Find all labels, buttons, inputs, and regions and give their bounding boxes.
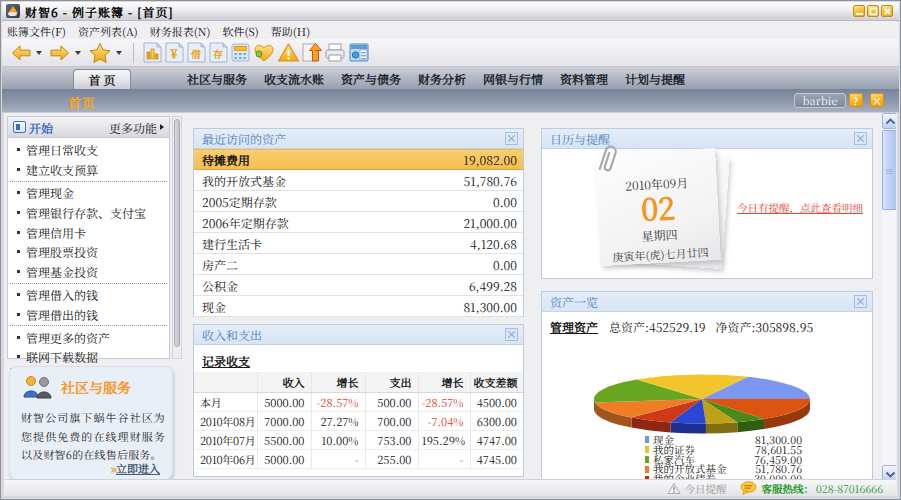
- tab-community[interactable]: 社区与服务: [187, 70, 247, 87]
- app-icon: [6, 4, 20, 18]
- record-income-expense-link[interactable]: 记录收支: [202, 352, 250, 369]
- community-enter-link[interactable]: »立即进入: [111, 460, 160, 476]
- maximize-button[interactable]: [867, 5, 879, 17]
- favorites-dropdown[interactable]: [116, 51, 122, 55]
- help-button[interactable]: ?: [849, 93, 863, 107]
- asset-row[interactable]: 我的开放式基金51,780.76: [194, 170, 523, 191]
- asset-row[interactable]: 2006年定期存款21,000.00: [194, 212, 523, 233]
- back-dropdown[interactable]: [36, 51, 42, 55]
- sidebar-item-borrowed[interactable]: 管理借入的钱: [8, 285, 169, 305]
- content-area: 开始 更多功能 管理日常收支 建立收支预算 管理现金 管理银行存款、支付宝 管理…: [5, 113, 896, 481]
- community-button[interactable]: [252, 41, 276, 65]
- tab-ebank[interactable]: 网银与行情: [483, 70, 543, 87]
- sidebar-item-bank[interactable]: 管理银行存款、支付宝: [8, 202, 169, 222]
- breadcrumb: 首页: [68, 93, 96, 112]
- warning-button[interactable]: [277, 41, 300, 65]
- sidebar-divider: [10, 283, 167, 284]
- col-balance: 收支差额: [470, 372, 523, 392]
- breadcrumb-bar: 首页 barbie ? ×: [2, 89, 899, 113]
- asset-row[interactable]: 房产二0.00: [194, 254, 523, 275]
- user-button[interactable]: barbie: [794, 93, 846, 108]
- printer-icon: [324, 42, 347, 63]
- warning-icon: [277, 42, 300, 63]
- sidebar-item-funds[interactable]: 管理基金投资: [8, 262, 169, 282]
- income-expense-table: 收入 增长 支出 增长 收支差额 本月 5000.00 -28.57% 500.…: [194, 372, 523, 469]
- asset-row[interactable]: 待摊费用19,082.00: [194, 149, 523, 170]
- sidebar-item-more-assets[interactable]: 管理更多的资产: [8, 327, 169, 347]
- community-people-icon: [21, 375, 55, 399]
- sidebar-item-budget[interactable]: 建立收支预算: [8, 160, 169, 180]
- scroll-up-button[interactable]: [882, 113, 896, 129]
- asset-row[interactable]: 2005定期存款0.00: [194, 191, 523, 212]
- close-button[interactable]: [881, 5, 893, 17]
- panel-close-icon[interactable]: [505, 328, 518, 341]
- asset-row[interactable]: 公积金6,499.28: [194, 275, 523, 296]
- sidebar-item-credit[interactable]: 管理信用卡: [8, 222, 169, 242]
- sidebar-item-stocks[interactable]: 管理股票投资: [8, 242, 169, 262]
- menu-software[interactable]: 软件(S): [223, 23, 259, 39]
- hotline-label: 客服热线：: [761, 481, 814, 496]
- tab-home[interactable]: 首 页: [73, 69, 131, 89]
- tab-data-mgmt[interactable]: 资料管理: [560, 70, 608, 87]
- recent-assets-header: 最近访问的资产: [194, 129, 523, 149]
- panel-close-icon[interactable]: [854, 295, 867, 308]
- loan-doc-icon: 借: [186, 42, 207, 63]
- forward-dropdown[interactable]: [75, 51, 81, 55]
- sidebar-item-download[interactable]: 联网下载数据: [8, 347, 169, 367]
- pie-slice-side: [671, 422, 706, 433]
- menu-asset-list[interactable]: 资产列表(A): [78, 23, 138, 39]
- favorites-button[interactable]: [88, 41, 112, 65]
- calculator-button[interactable]: [230, 41, 251, 65]
- col-blank: [194, 372, 257, 392]
- assets-pie-chart: [542, 332, 874, 442]
- sidebar-scrollbar-thumb[interactable]: [174, 119, 180, 347]
- favorites-star-icon: [88, 42, 112, 64]
- sidebar-item-lent[interactable]: 管理借出的钱: [8, 304, 169, 324]
- asset-row[interactable]: 建行生活卡4,120.68: [194, 233, 523, 254]
- loan-doc-button[interactable]: 借: [186, 41, 207, 65]
- main-scrollbar[interactable]: [882, 113, 896, 481]
- calendar-header: 日历与提醒: [542, 129, 872, 149]
- svg-text:¥: ¥: [170, 44, 178, 61]
- more-functions-link[interactable]: 更多功能: [109, 119, 164, 136]
- tab-strip: 首 页 社区与服务 收支流水账 资产与债务 财务分析 网银与行情 资料管理 计划…: [2, 67, 899, 89]
- menu-file[interactable]: 账簿文件(F): [7, 23, 66, 39]
- menu-help[interactable]: 帮助(H): [271, 23, 310, 39]
- report-doc-button[interactable]: [142, 41, 163, 65]
- community-title: 社区与服务: [61, 377, 131, 397]
- legend-marker: [645, 446, 649, 453]
- scrollbar-thumb[interactable]: [882, 130, 896, 210]
- calendar-weekday: 星期四: [599, 223, 720, 246]
- panel-close-icon[interactable]: [854, 132, 867, 145]
- forward-icon: [49, 43, 71, 63]
- panel-close-icon[interactable]: [505, 132, 518, 145]
- title-bar[interactable]: 财智6 - 例子账簿 - [首页]: [2, 2, 899, 21]
- printer-button[interactable]: [324, 41, 347, 65]
- sidebar-item-cash[interactable]: 管理现金: [8, 183, 169, 203]
- tab-analysis[interactable]: 财务分析: [418, 70, 466, 87]
- tab-plans[interactable]: 计划与提醒: [625, 70, 685, 87]
- today-reminder[interactable]: 今日提醒: [667, 481, 726, 496]
- asset-row[interactable]: 现金81,300.00: [194, 296, 523, 317]
- tab-assets-debts[interactable]: 资产与债务: [341, 70, 401, 87]
- sidebar-item-daily[interactable]: 管理日常收支: [8, 140, 169, 160]
- assets-overview-panel: 资产一览 管理资产 总资产:452529.19 净资产:305898.95 现金…: [541, 291, 873, 481]
- menu-reports[interactable]: 财务报表(N): [150, 23, 211, 39]
- reminder-detail-link[interactable]: 今日有提醒，点此查看明细: [737, 200, 863, 215]
- page-close-button[interactable]: ×: [870, 93, 884, 107]
- upgrade-button[interactable]: [301, 41, 323, 65]
- minimize-button[interactable]: [853, 5, 865, 17]
- pie-legend: 现金81,300.00我的证券78,601.55私家汽车76,459.00我的开…: [645, 435, 802, 481]
- back-button[interactable]: [10, 41, 32, 65]
- panel-settings-button[interactable]: [348, 41, 370, 65]
- assets-overview-header: 资产一览: [542, 292, 872, 312]
- deposit-doc-button[interactable]: 存: [208, 41, 229, 65]
- col-income: 收入: [257, 372, 311, 392]
- income-expense-doc-button[interactable]: ¥: [164, 41, 185, 65]
- upgrade-icon: [301, 42, 323, 63]
- sidebar-scrollbar[interactable]: [172, 116, 182, 359]
- legend-marker: [645, 436, 649, 443]
- community-heart-icon: [252, 42, 276, 63]
- tab-cashflow[interactable]: 收支流水账: [264, 70, 324, 87]
- forward-button[interactable]: [49, 41, 71, 65]
